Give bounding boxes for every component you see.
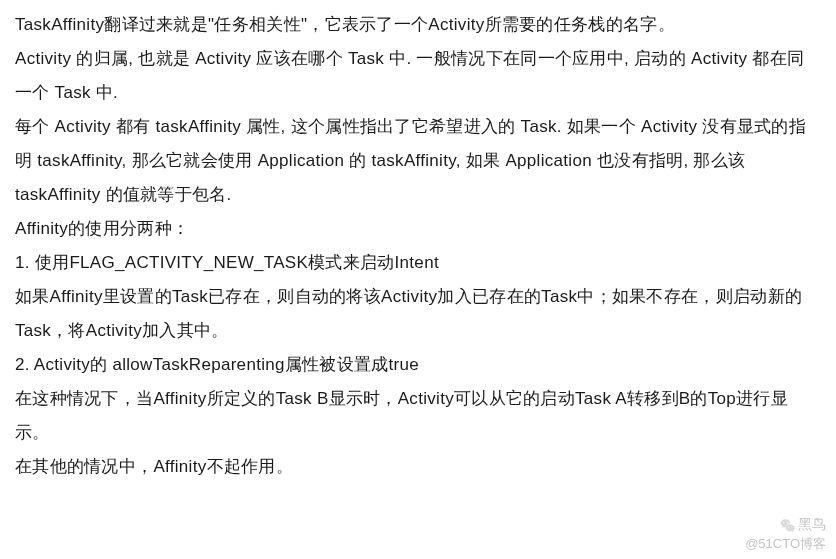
paragraph-9: 在其他的情况中，Affinity不起作用。 [15,450,821,484]
paragraph-8: 在这种情况下，当Affinity所定义的Task B显示时，Activity可以… [15,382,821,450]
watermark-handle: @51CTO博客 [745,535,826,553]
paragraph-3: 每个 Activity 都有 taskAffinity 属性, 这个属性指出了它… [15,110,821,212]
document-body: TaskAffinity翻译过来就是"任务相关性"，它表示了一个Activity… [15,8,821,484]
paragraph-4: Affinity的使用分两种： [15,212,821,246]
watermark-author-name: 黑鸟 [798,516,826,532]
paragraph-1: TaskAffinity翻译过来就是"任务相关性"，它表示了一个Activity… [15,8,821,42]
watermark: 黑鸟 @51CTO博客 [745,515,826,553]
paragraph-2: Activity 的归属, 也就是 Activity 应该在哪个 Task 中.… [15,42,821,110]
paragraph-6: 如果Affinity里设置的Task已存在，则自动的将该Activity加入已存… [15,280,821,348]
wechat-icon [780,518,796,534]
watermark-author: 黑鸟 [745,515,826,535]
paragraph-7: 2. Activity的 allowTaskReparenting属性被设置成t… [15,348,821,382]
paragraph-5: 1. 使用FLAG_ACTIVITY_NEW_TASK模式来启动Intent [15,246,821,280]
